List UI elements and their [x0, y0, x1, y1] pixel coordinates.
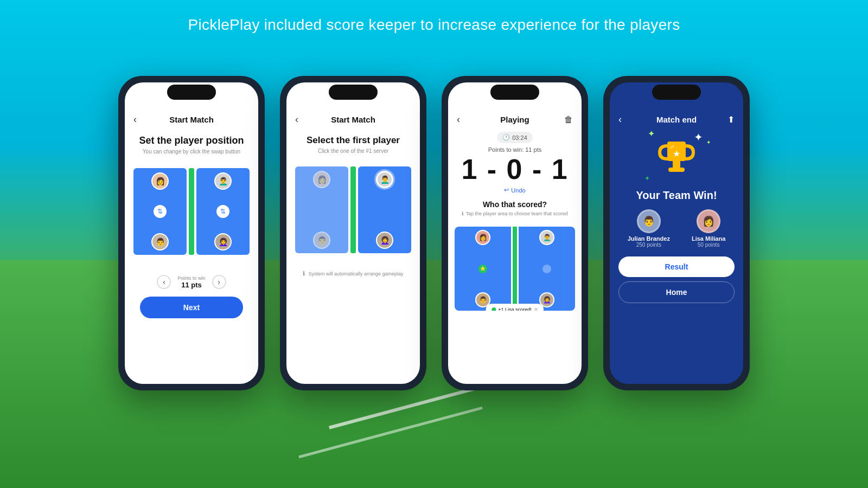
screen2-content: Select the first player Click the one of…	[286, 129, 420, 284]
mini-court-wrapper: Lisa #2 #1 Robert 👩 ⭐ 👨	[448, 221, 582, 328]
p2-label-1-bot: #1	[334, 260, 339, 265]
phone-1-screen: ‹ Start Match Set the player position Yo…	[125, 82, 258, 384]
info-icon: ℹ	[303, 270, 305, 277]
court-labels-bottom-2: Julian #1 #2 Jessica	[295, 260, 411, 265]
mini-half-right[interactable]: 👨‍🦱 👩‍🦱	[519, 227, 575, 311]
avatar-robert-2: 👨‍🦱	[376, 171, 393, 188]
timer-icon: 🕐	[502, 134, 510, 141]
mini-labels-bottom-wrap: Julian #2 Jessica	[455, 312, 575, 317]
undo-text: Undo	[511, 187, 525, 194]
nav-bar-2: ‹ Start Match	[286, 111, 420, 129]
p2-label-julian-bot: Julian	[297, 260, 309, 265]
toast-close[interactable]: ✕	[534, 306, 538, 311]
label-2-bot: #2	[203, 262, 208, 267]
mini-labels-bottom: Julian #2 Jessica	[455, 312, 575, 317]
nav-bar-4: ‹ Match end ⬆	[610, 111, 743, 129]
header-title: PicklePlay included score keeper to incr…	[0, 16, 868, 34]
phone-2: ‹ Start Match Select the first player Cl…	[280, 76, 426, 390]
decrement-btn[interactable]: ‹	[157, 275, 171, 289]
label-2: #2	[171, 162, 176, 167]
mini-avatar-robert: 👨‍🦱	[539, 230, 554, 245]
court-divider-1	[189, 168, 194, 255]
mini-half-left[interactable]: 👩 ⭐ 👨	[455, 227, 511, 311]
next-button[interactable]: Next	[140, 297, 243, 318]
header: PicklePlay included score keeper to incr…	[0, 16, 868, 34]
p2-label-lisa: Lisa	[297, 160, 305, 165]
svg-rect-2	[668, 168, 685, 172]
result-button[interactable]: Result	[618, 256, 735, 277]
win-title: Your Team Win!	[610, 189, 743, 202]
svg-rect-1	[673, 161, 680, 168]
undo-icon: ↩	[504, 187, 509, 194]
increment-btn[interactable]: ›	[212, 275, 226, 289]
home-button[interactable]: Home	[618, 281, 735, 303]
svg-text:★: ★	[673, 149, 680, 158]
undo-link[interactable]: ↩ Undo	[504, 187, 525, 194]
court-half-right-2[interactable]: 👨‍🦱 👩‍🦱	[358, 166, 411, 253]
trophy-wrapper: ✦ ✦ ✦ ✦	[652, 134, 701, 185]
p2-label-2-bot: #2	[365, 260, 369, 265]
phone-1: ‹ Start Match Set the player position Yo…	[118, 76, 265, 390]
avatar-lisa-end: 👩	[697, 209, 720, 233]
mini-label-1: #1	[527, 221, 532, 226]
court-divider-2	[350, 166, 356, 253]
swap-btn-right[interactable]: ⇅	[216, 205, 229, 218]
score-toast: +1 Lisa scored! ✕	[486, 304, 544, 311]
mini-label-julian-bot: Julian	[457, 312, 468, 317]
trophy-area: ✦ ✦ ✦ ✦	[610, 129, 743, 189]
phone-3-screen: ‹ Playing 🗑 🕐 03:24 Points to win: 11 pt…	[448, 82, 582, 384]
screen1-content: Set the player position You can change b…	[125, 129, 258, 325]
swap-btn-left[interactable]: ⇅	[154, 205, 167, 218]
phone-2-notch	[329, 85, 378, 100]
mini-label-2-bot: #2	[525, 312, 530, 317]
trash-icon[interactable]: 🗑	[564, 115, 573, 125]
court-labels-2: Lisa #2 #1 Robert	[295, 160, 411, 165]
phone-4-screen: ‹ Match end ⬆ ✦ ✦ ✦ ✦	[610, 82, 743, 384]
tap-hint: ℹ Tap the player area to choose team tha…	[462, 211, 567, 216]
mini-label-lisa: Lisa	[457, 221, 465, 226]
back-icon-3[interactable]: ‹	[457, 114, 460, 125]
player-card-julian: 👨 Julian Brandez 250 points	[628, 209, 670, 248]
back-icon-2[interactable]: ‹	[295, 114, 298, 125]
player-name-lisa: Lisa Miliana	[692, 235, 725, 242]
phones-container: ‹ Start Match Set the player position Yo…	[0, 76, 868, 390]
share-icon[interactable]: ⬆	[727, 114, 735, 125]
label-1: #1	[202, 162, 207, 167]
mini-court-labels: Lisa #2 #1 Robert	[455, 221, 575, 226]
court-half-right-1[interactable]: 👨‍🦱 ⇅ 👩‍🦱	[196, 168, 250, 255]
mini-label-robert: Robert	[560, 221, 573, 226]
avatar-lisa: 👩	[151, 172, 169, 190]
court-labels-bottom-1: Julian #1 #2 Jessica	[133, 262, 250, 267]
nav-title-4: Match end	[656, 115, 697, 124]
phone-4-notch	[652, 85, 701, 100]
who-scored-title: Who that scored?	[483, 200, 547, 209]
points-to-win: Points to win: 11 pts	[488, 146, 541, 153]
back-icon-4[interactable]: ‹	[618, 114, 622, 125]
court-labels-1: Lisa #2 #1 Robert	[133, 162, 250, 167]
phone-2-screen: ‹ Start Match Select the first player Cl…	[286, 82, 420, 384]
p2-label-2: #2	[333, 160, 337, 165]
nav-title-1: Start Match	[169, 115, 214, 124]
player-points-julian: 250 points	[628, 242, 670, 248]
court-container-2: Lisa #2 #1 Robert 👩 👨	[295, 160, 411, 265]
nav-title-2: Start Match	[331, 115, 375, 124]
players-row: 👨 Julian Brandez 250 points 👩 Lisa Milia…	[610, 209, 743, 248]
set-position-title: Set the player position	[133, 135, 250, 146]
screen-3: ‹ Playing 🗑 🕐 03:24 Points to win: 11 pt…	[448, 82, 582, 384]
court-half-left-2[interactable]: 👩 👨	[295, 166, 348, 253]
score-badge: ⭐	[478, 265, 487, 273]
back-icon-1[interactable]: ‹	[133, 114, 137, 125]
screen-4: ‹ Match end ⬆ ✦ ✦ ✦ ✦	[610, 82, 743, 384]
court-half-left-1[interactable]: 👩 ⇅ 👨	[133, 168, 187, 255]
avatar-jessica-2: 👩‍🦱	[376, 232, 393, 249]
screen-1: ‹ Start Match Set the player position Yo…	[125, 82, 258, 384]
player-name-julian: Julian Brandez	[628, 235, 670, 242]
phone-3-notch	[490, 85, 539, 100]
set-position-sub: You can change by click the swap button	[133, 149, 250, 155]
score-big: 1 - 0 - 1	[461, 155, 568, 183]
points-display: Points to win 11 pts	[177, 275, 205, 289]
points-row: ‹ Points to win 11 pts ›	[133, 275, 250, 289]
points-value: 11 pts	[177, 281, 205, 289]
label-julian: Julian	[136, 262, 147, 267]
hint-icon: ℹ	[462, 211, 463, 216]
